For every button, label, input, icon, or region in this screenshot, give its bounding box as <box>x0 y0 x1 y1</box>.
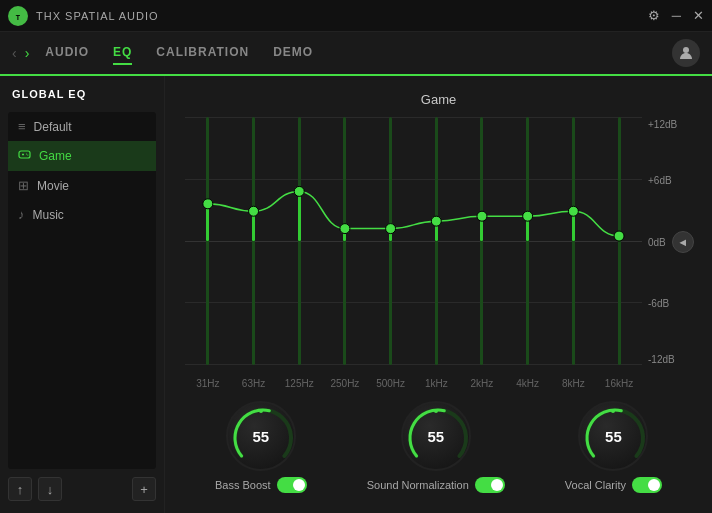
add-preset-button[interactable]: + <box>132 477 156 501</box>
nav-arrows: ‹ › <box>12 45 29 61</box>
knob-label-row-bass-boost: Bass Boost <box>215 477 307 493</box>
close-icon[interactable]: ✕ <box>693 8 704 23</box>
sidebar-footer: ↑ ↓ + <box>8 469 156 501</box>
knob-bass-boost[interactable]: 55 <box>226 401 296 471</box>
eq-slider-250Hz[interactable] <box>329 117 361 365</box>
eq-label-minus12: -12dB <box>648 354 675 365</box>
freq-label-125Hz: 125Hz <box>279 378 319 389</box>
knob-indicator-dot <box>434 409 438 413</box>
eq-label-0: 0dB ◄ <box>648 231 694 253</box>
freq-label-31Hz: 31Hz <box>188 378 228 389</box>
sidebar-item-label-game: Game <box>39 149 72 163</box>
main-layout: GLOBAL EQ ≡ Default Game <box>0 76 712 513</box>
knobs-area: 55Bass Boost55Sound Normalization55Vocal… <box>185 389 692 497</box>
knob-vocal-clarity[interactable]: 55 <box>578 401 648 471</box>
move-up-button[interactable]: ↑ <box>8 477 32 501</box>
knob-group-vocal-clarity: 55Vocal Clarity <box>565 401 662 493</box>
freq-label-8kHz: 8kHz <box>553 378 593 389</box>
freq-label-250Hz: 250Hz <box>325 378 365 389</box>
eq-sliders <box>185 117 642 365</box>
eq-slider-16kHz[interactable] <box>603 117 635 365</box>
freq-label-16kHz: 16kHz <box>599 378 639 389</box>
sidebar: GLOBAL EQ ≡ Default Game <box>0 76 165 513</box>
eq-label-plus6: +6dB <box>648 175 672 186</box>
thx-logo: T <box>8 6 28 26</box>
eq-slider-2kHz[interactable] <box>466 117 498 365</box>
freq-label-500Hz: 500Hz <box>371 378 411 389</box>
default-icon: ≡ <box>18 119 26 134</box>
sidebar-item-label-default: Default <box>34 120 72 134</box>
sidebar-item-label-movie: Movie <box>37 179 69 193</box>
freq-label-1kHz: 1kHz <box>416 378 456 389</box>
content-area: Game 31Hz63Hz125Hz250Hz500Hz1kHz2kHz4kHz… <box>165 76 712 513</box>
tab-audio[interactable]: AUDIO <box>45 41 89 65</box>
eq-area: 31Hz63Hz125Hz250Hz500Hz1kHz2kHz4kHz8kHz1… <box>185 117 692 389</box>
sidebar-item-game[interactable]: Game <box>8 141 156 171</box>
sidebar-footer-arrows: ↑ ↓ <box>8 477 62 501</box>
freq-label-4kHz: 4kHz <box>508 378 548 389</box>
tab-eq[interactable]: EQ <box>113 41 132 65</box>
move-down-button[interactable]: ↓ <box>38 477 62 501</box>
toggle-bass-boost[interactable] <box>277 477 307 493</box>
movie-icon: ⊞ <box>18 178 29 193</box>
knob-group-bass-boost: 55Bass Boost <box>215 401 307 493</box>
titlebar-left: T THX SPATIAL AUDIO <box>8 6 159 26</box>
svg-point-6 <box>26 153 27 154</box>
tab-calibration[interactable]: CALIBRATION <box>156 41 249 65</box>
knob-sound-normalization[interactable]: 55 <box>401 401 471 471</box>
sidebar-title: GLOBAL EQ <box>8 88 156 100</box>
toggle-vocal-clarity[interactable] <box>632 477 662 493</box>
navbar: ‹ › AUDIO EQ CALIBRATION DEMO <box>0 32 712 76</box>
nav-back-arrow[interactable]: ‹ <box>12 45 17 61</box>
eq-freq-labels: 31Hz63Hz125Hz250Hz500Hz1kHz2kHz4kHz8kHz1… <box>185 365 642 389</box>
eq-graph: 31Hz63Hz125Hz250Hz500Hz1kHz2kHz4kHz8kHz1… <box>185 117 642 389</box>
knob-indicator-dot <box>611 409 615 413</box>
game-icon <box>18 148 31 164</box>
sidebar-item-label-music: Music <box>33 208 64 222</box>
svg-point-2 <box>683 47 689 53</box>
eq-preset-title: Game <box>185 92 692 107</box>
knob-label-bass-boost: Bass Boost <box>215 479 271 491</box>
knob-label-row-sound-normalization: Sound Normalization <box>367 477 505 493</box>
titlebar-title: THX SPATIAL AUDIO <box>36 10 159 22</box>
freq-label-63Hz: 63Hz <box>234 378 274 389</box>
eq-slider-63Hz[interactable] <box>238 117 270 365</box>
sidebar-item-movie[interactable]: ⊞ Movie <box>8 171 156 200</box>
minimize-icon[interactable]: ─ <box>672 8 681 23</box>
eq-slider-500Hz[interactable] <box>375 117 407 365</box>
nav-forward-arrow[interactable]: › <box>25 45 30 61</box>
sidebar-item-music[interactable]: ♪ Music <box>8 200 156 229</box>
knob-group-sound-normalization: 55Sound Normalization <box>367 401 505 493</box>
titlebar-controls: ⚙ ─ ✕ <box>648 8 704 23</box>
eq-slider-1kHz[interactable] <box>420 117 452 365</box>
settings-icon[interactable]: ⚙ <box>648 8 660 23</box>
tab-demo[interactable]: DEMO <box>273 41 313 65</box>
toggle-sound-normalization[interactable] <box>475 477 505 493</box>
user-avatar[interactable] <box>672 39 700 67</box>
svg-text:T: T <box>16 13 21 20</box>
eq-slider-4kHz[interactable] <box>512 117 544 365</box>
eq-slider-31Hz[interactable] <box>192 117 224 365</box>
svg-point-7 <box>27 154 28 155</box>
nav-tabs: AUDIO EQ CALIBRATION DEMO <box>45 41 672 65</box>
sidebar-list: ≡ Default Game ⊞ Movie <box>8 112 156 469</box>
knob-value-sound-normalization: 55 <box>427 428 444 445</box>
knob-value-vocal-clarity: 55 <box>605 428 622 445</box>
eq-reset-button[interactable]: ◄ <box>672 231 694 253</box>
sidebar-item-default[interactable]: ≡ Default <box>8 112 156 141</box>
svg-rect-3 <box>19 151 30 158</box>
knob-value-bass-boost: 55 <box>252 428 269 445</box>
titlebar: T THX SPATIAL AUDIO ⚙ ─ ✕ <box>0 0 712 32</box>
eq-slider-8kHz[interactable] <box>557 117 589 365</box>
eq-label-plus12: +12dB <box>648 119 677 130</box>
music-icon: ♪ <box>18 207 25 222</box>
knob-label-row-vocal-clarity: Vocal Clarity <box>565 477 662 493</box>
freq-label-2kHz: 2kHz <box>462 378 502 389</box>
knob-indicator-dot <box>259 409 263 413</box>
eq-slider-125Hz[interactable] <box>283 117 315 365</box>
knob-label-vocal-clarity: Vocal Clarity <box>565 479 626 491</box>
eq-label-minus6: -6dB <box>648 298 669 309</box>
knob-label-sound-normalization: Sound Normalization <box>367 479 469 491</box>
